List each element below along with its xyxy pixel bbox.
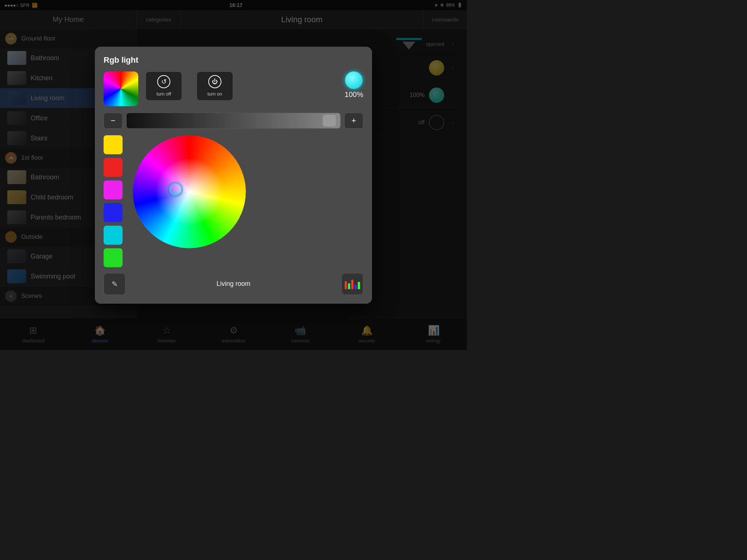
rgb-modal: Rgb light ↺ turn off ⏻ turn on 100% <box>95 47 372 304</box>
rgb-status-dot <box>345 71 363 89</box>
rgb-room-label: Living room <box>216 280 250 288</box>
turn-on-icon: ⏻ <box>208 75 221 88</box>
swatch-yellow[interactable] <box>104 135 123 154</box>
slider-track[interactable] <box>126 113 341 129</box>
rgb-edit-button[interactable]: ✎ <box>104 273 125 295</box>
rgb-status-percent: 100% <box>345 90 363 99</box>
swatch-magenta[interactable] <box>104 180 123 199</box>
slider-thumb <box>323 115 336 127</box>
eq-bar-4 <box>355 285 357 289</box>
rgb-preview-circle <box>104 71 138 106</box>
swatch-blue[interactable] <box>104 203 123 222</box>
turn-off-label: turn off <box>156 91 171 97</box>
color-wheel-container[interactable] <box>133 135 246 248</box>
turn-on-button[interactable]: ⏻ turn on <box>197 71 233 101</box>
turn-off-icon: ↺ <box>157 75 170 88</box>
turn-off-button[interactable]: ↺ turn off <box>146 71 182 101</box>
slider-row: − + <box>104 113 363 129</box>
slider-minus-button[interactable]: − <box>104 113 123 129</box>
rgb-buttons-row: ↺ turn off ⏻ turn on <box>146 71 233 101</box>
rgb-equalizer-button[interactable] <box>341 273 363 295</box>
rgb-modal-title: Rgb light <box>104 55 363 65</box>
modal-overlay: Rgb light ↺ turn off ⏻ turn on 100% <box>0 0 467 350</box>
eq-bar-3 <box>351 280 353 289</box>
color-wheel-selector <box>169 183 182 196</box>
rgb-status: 100% <box>345 71 363 99</box>
svg-point-0 <box>133 135 246 248</box>
color-swatches <box>104 135 123 267</box>
rgb-top-row: ↺ turn off ⏻ turn on 100% <box>104 71 363 106</box>
rgb-bottom-row: ✎ Living room <box>104 273 363 295</box>
swatch-green[interactable] <box>104 248 123 267</box>
eq-bar-5 <box>358 282 360 289</box>
equalizer-bars <box>345 279 360 289</box>
color-wheel-area <box>104 135 363 267</box>
color-wheel-svg <box>133 135 246 248</box>
edit-icon: ✎ <box>112 280 118 288</box>
eq-bar-2 <box>348 283 350 289</box>
swatch-cyan[interactable] <box>104 226 123 245</box>
eq-bar-1 <box>345 281 347 289</box>
turn-on-label: turn on <box>208 91 222 97</box>
slider-plus-button[interactable]: + <box>344 113 363 129</box>
swatch-red[interactable] <box>104 158 123 177</box>
